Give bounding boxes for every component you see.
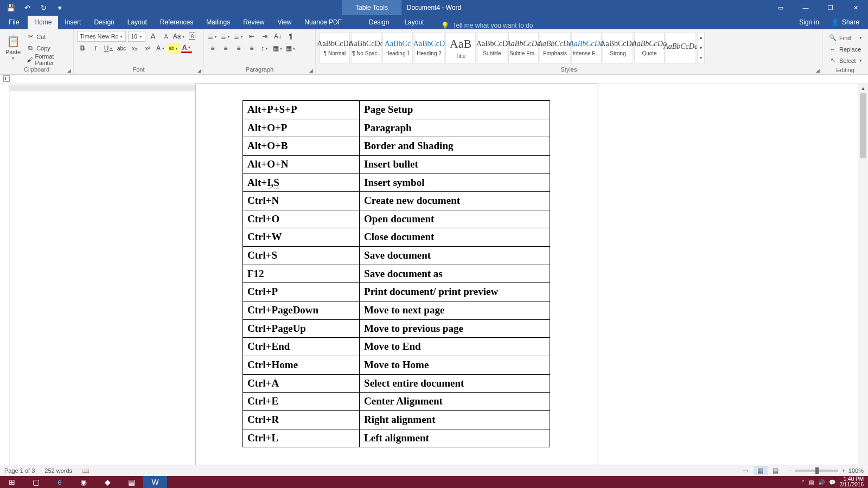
minimize-icon[interactable]: —	[793, 0, 818, 15]
sort-button[interactable]: A↓	[272, 31, 283, 42]
show-marks-button[interactable]: ¶	[285, 31, 296, 42]
justify-button[interactable]: ≡	[246, 43, 257, 54]
find-button[interactable]: 🔍Find▼	[829, 33, 863, 43]
select-button[interactable]: ↖Select▼	[829, 55, 863, 66]
editing-group-label: Editing	[826, 66, 865, 75]
style-option[interactable]: AaBbCcDd	[666, 32, 696, 63]
style-option[interactable]: AaBbCcDdEmphasis	[540, 32, 570, 63]
format-painter-button[interactable]: 🖌Format Painter	[25, 54, 69, 65]
table-tools-context-label: Table Tools	[342, 0, 401, 15]
styles-dialog-launcher[interactable]: ◢	[816, 68, 820, 73]
style-name: Strong	[610, 50, 626, 56]
copy-icon: ⧉	[27, 44, 34, 52]
strikethrough-button[interactable]: abc	[116, 43, 127, 54]
style-preview: AaBbCcD	[413, 40, 445, 48]
font-name-combo[interactable]: Times New Ro▼	[77, 31, 126, 42]
cut-label: Cut	[36, 34, 46, 40]
tab-view[interactable]: View	[271, 16, 298, 29]
tab-review[interactable]: Review	[237, 16, 271, 29]
replace-button[interactable]: ↔Replace	[829, 44, 863, 54]
styles-more-button[interactable]: ▲▼▾	[697, 32, 705, 63]
ruler-bar: L	[0, 75, 868, 84]
clear-formatting-button[interactable]: 🄰	[187, 31, 197, 42]
paste-button[interactable]: 📋 Paste ▼	[3, 30, 23, 65]
tab-file[interactable]: File	[0, 16, 28, 29]
tab-mailings[interactable]: Mailings	[200, 16, 237, 29]
style-name: ¶ No Spac...	[352, 50, 380, 56]
style-name: Emphasis	[543, 50, 567, 56]
align-center-button[interactable]: ≡	[220, 43, 231, 54]
sign-in-link[interactable]: Sign in	[793, 16, 826, 29]
grow-font-button[interactable]: A	[148, 31, 158, 42]
styles-gallery[interactable]: AaBbCcDd¶ NormalAaBbCcDd¶ No Spac...AaBb…	[319, 30, 819, 63]
font-dialog-launcher[interactable]: ◢	[197, 68, 201, 73]
style-preview: AaBbCc	[385, 40, 411, 48]
tab-nuance-pdf[interactable]: Nuance PDF	[298, 16, 348, 29]
italic-button[interactable]: I	[90, 43, 101, 54]
style-option[interactable]: AaBbCcDHeading 2	[414, 32, 444, 63]
style-option[interactable]: AaBbCcDdIntense E...	[571, 32, 602, 63]
style-option[interactable]: AaBbCcHeading 1	[382, 32, 413, 63]
text-effects-button[interactable]: A▼	[155, 43, 166, 54]
align-right-button[interactable]: ≡	[233, 43, 244, 54]
borders-button[interactable]: ▦▼	[285, 43, 296, 54]
multilevel-list-button[interactable]: ≣▼	[233, 31, 244, 42]
paragraph-dialog-launcher[interactable]: ◢	[309, 68, 313, 73]
style-option[interactable]: AaBbCcDd¶ Normal	[320, 32, 350, 63]
cut-button[interactable]: ✂Cut	[25, 31, 69, 42]
clipboard-dialog-launcher[interactable]: ◢	[67, 68, 71, 73]
share-button[interactable]: 👤 Share	[826, 16, 865, 29]
subscript-button[interactable]: x₂	[129, 43, 140, 54]
style-preview: AaB	[450, 37, 471, 51]
change-case-button[interactable]: Aa▼	[174, 31, 184, 42]
font-size-combo[interactable]: 10▼	[128, 31, 145, 42]
find-label: Find	[839, 35, 851, 41]
tab-references[interactable]: References	[154, 16, 200, 29]
style-option[interactable]: AaBbCcDdSubtle Em...	[508, 32, 539, 63]
titlebar: 💾 ↶ ↻ ▾ Document4 - Word Table Tools ▭ —…	[0, 0, 868, 15]
style-option[interactable]: AaBbCcDSubtitle	[477, 32, 507, 63]
ribbon-display-options-icon[interactable]: ▭	[768, 0, 793, 15]
line-spacing-button[interactable]: ↕▼	[259, 43, 270, 54]
tab-selector[interactable]: L	[3, 75, 10, 82]
style-preview: AaBbCcDd	[569, 40, 604, 48]
highlight-button[interactable]: ab▼	[168, 43, 179, 54]
style-option[interactable]: AaBbCcDd¶ No Spac...	[351, 32, 381, 63]
tab-design[interactable]: Design	[87, 16, 120, 29]
style-option[interactable]: AaBTitle	[445, 32, 476, 63]
shading-button[interactable]: ▦▼	[272, 43, 283, 54]
decrease-indent-button[interactable]: ⇤	[246, 31, 257, 42]
group-clipboard: 📋 Paste ▼ ✂Cut ⧉Copy 🖌Format Painter Cli…	[0, 29, 74, 74]
select-label: Select	[839, 57, 856, 64]
paste-label: Paste	[5, 49, 21, 55]
shrink-font-button[interactable]: A	[161, 31, 171, 42]
underline-button[interactable]: U▼	[103, 43, 114, 54]
tab-home[interactable]: Home	[28, 16, 58, 29]
qat-customize-icon[interactable]: ▾	[55, 3, 64, 12]
style-option[interactable]: AaBbCcDdQuote	[634, 32, 665, 63]
maximize-icon[interactable]: ❐	[818, 0, 843, 15]
tell-me-search[interactable]: 💡 Tell me what you want to do	[431, 22, 533, 29]
share-label: Share	[842, 18, 859, 26]
tab-table-layout[interactable]: Layout	[397, 16, 431, 29]
font-color-button[interactable]: A▼	[181, 44, 192, 53]
tab-insert[interactable]: Insert	[58, 16, 87, 29]
share-icon: 👤	[831, 18, 839, 26]
numbering-button[interactable]: ≣▼	[220, 31, 231, 42]
bullets-button[interactable]: ≣▼	[207, 31, 218, 42]
superscript-button[interactable]: x²	[142, 43, 153, 54]
close-icon[interactable]: ✕	[843, 0, 868, 15]
redo-icon[interactable]: ↻	[39, 3, 48, 12]
style-option[interactable]: AaBbCcDdStrong	[603, 32, 633, 63]
paste-icon: 📋	[7, 35, 20, 48]
font-group-label: Font◢	[77, 65, 200, 74]
undo-icon[interactable]: ↶	[23, 3, 31, 12]
bold-button[interactable]: B	[77, 43, 88, 54]
tab-layout[interactable]: Layout	[121, 16, 154, 29]
increase-indent-button[interactable]: ⇥	[259, 31, 270, 42]
save-icon[interactable]: 💾	[7, 3, 15, 12]
quick-access-toolbar: 💾 ↶ ↻ ▾	[0, 3, 64, 12]
copy-button[interactable]: ⧉Copy	[25, 43, 69, 53]
tab-table-design[interactable]: Design	[361, 16, 397, 29]
align-left-button[interactable]: ≡	[207, 43, 218, 54]
